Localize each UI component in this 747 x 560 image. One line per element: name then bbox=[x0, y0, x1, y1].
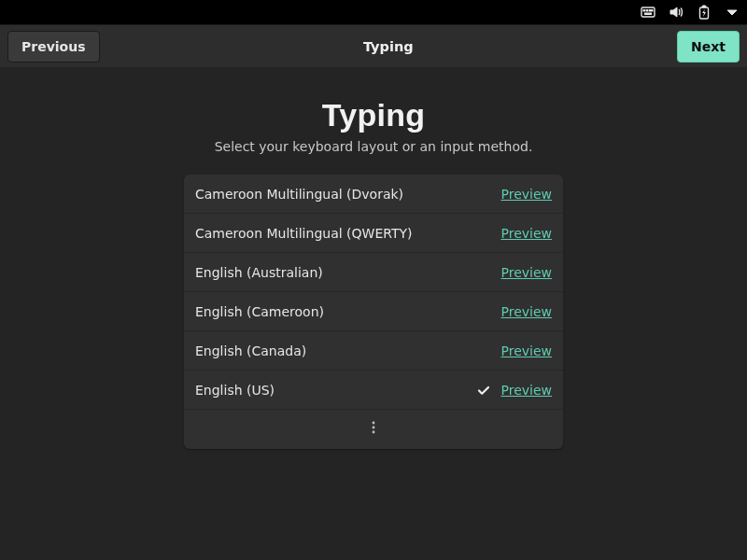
layout-row[interactable]: English (Australian)Preview bbox=[184, 253, 563, 292]
header-title: Typing bbox=[363, 39, 414, 54]
preview-link[interactable]: Preview bbox=[501, 304, 553, 319]
page-subtitle: Select your keyboard layout or an input … bbox=[215, 139, 533, 154]
layout-name: Cameroon Multilingual (Dvorak) bbox=[195, 187, 473, 202]
page-heading: Typing bbox=[322, 97, 426, 133]
more-icon bbox=[366, 420, 381, 439]
svg-rect-0 bbox=[641, 7, 655, 17]
preview-link[interactable]: Preview bbox=[501, 265, 553, 280]
layout-row[interactable]: Cameroon Multilingual (Dvorak)Preview bbox=[184, 175, 563, 214]
svg-rect-5 bbox=[645, 13, 652, 15]
svg-rect-4 bbox=[652, 10, 654, 12]
svg-point-8 bbox=[373, 422, 375, 425]
battery-icon[interactable] bbox=[697, 5, 712, 20]
layout-name: English (Canada) bbox=[195, 343, 473, 358]
svg-point-9 bbox=[373, 427, 375, 429]
layout-row[interactable]: English (Canada)Preview bbox=[184, 331, 563, 371]
layout-row[interactable]: Cameroon Multilingual (QWERTY)Preview bbox=[184, 214, 563, 253]
svg-rect-2 bbox=[646, 10, 648, 12]
svg-rect-7 bbox=[702, 6, 706, 7]
layout-name: English (US) bbox=[195, 383, 473, 398]
preview-link[interactable]: Preview bbox=[501, 226, 553, 241]
top-bar bbox=[0, 0, 747, 24]
svg-rect-3 bbox=[649, 10, 651, 12]
preview-link[interactable]: Preview bbox=[501, 383, 553, 398]
preview-link[interactable]: Preview bbox=[501, 343, 553, 358]
more-button[interactable] bbox=[184, 410, 563, 449]
checkmark-icon bbox=[473, 383, 494, 398]
layout-row[interactable]: English (US)Preview bbox=[184, 371, 563, 410]
next-button[interactable]: Next bbox=[677, 31, 740, 63]
layout-name: Cameroon Multilingual (QWERTY) bbox=[195, 226, 473, 241]
header-bar: Previous Typing Next bbox=[0, 24, 747, 69]
dropdown-icon[interactable] bbox=[725, 5, 740, 20]
volume-icon[interactable] bbox=[669, 5, 684, 20]
layout-name: English (Cameroon) bbox=[195, 304, 473, 319]
keyboard-icon[interactable] bbox=[641, 5, 655, 20]
layout-name: English (Australian) bbox=[195, 265, 473, 280]
content-area: Typing Select your keyboard layout or an… bbox=[0, 67, 747, 560]
svg-rect-1 bbox=[643, 10, 645, 12]
layout-list: Cameroon Multilingual (Dvorak)PreviewCam… bbox=[184, 175, 563, 449]
layout-row[interactable]: English (Cameroon)Preview bbox=[184, 292, 563, 331]
svg-point-10 bbox=[373, 431, 375, 434]
preview-link[interactable]: Preview bbox=[501, 187, 553, 202]
previous-button[interactable]: Previous bbox=[7, 31, 100, 63]
